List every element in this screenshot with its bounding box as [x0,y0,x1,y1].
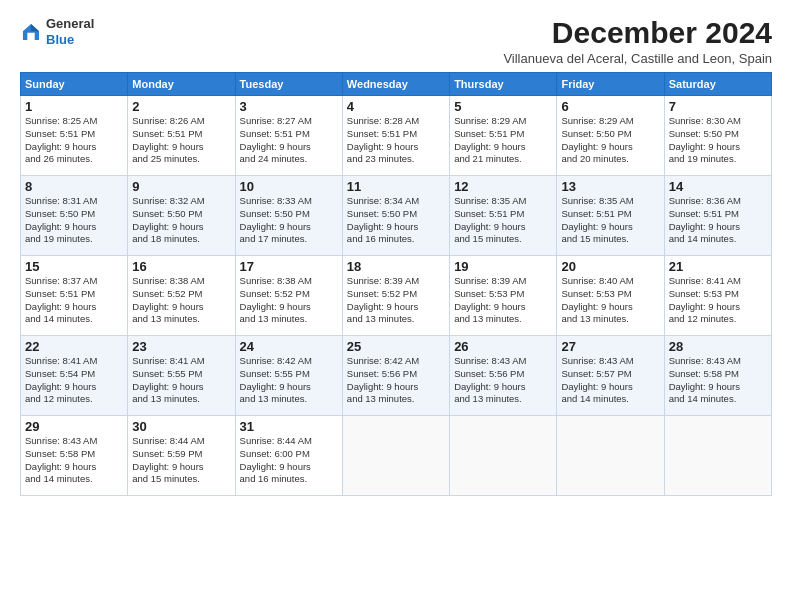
calendar-cell: 13Sunrise: 8:35 AM Sunset: 5:51 PM Dayli… [557,176,664,256]
calendar-cell: 8Sunrise: 8:31 AM Sunset: 5:50 PM Daylig… [21,176,128,256]
day-number: 6 [561,99,659,114]
calendar-body: 1Sunrise: 8:25 AM Sunset: 5:51 PM Daylig… [21,96,772,496]
calendar-cell: 20Sunrise: 8:40 AM Sunset: 5:53 PM Dayli… [557,256,664,336]
calendar-cell: 16Sunrise: 8:38 AM Sunset: 5:52 PM Dayli… [128,256,235,336]
calendar-cell: 6Sunrise: 8:29 AM Sunset: 5:50 PM Daylig… [557,96,664,176]
calendar-cell: 14Sunrise: 8:36 AM Sunset: 5:51 PM Dayli… [664,176,771,256]
day-number: 31 [240,419,338,434]
day-number: 22 [25,339,123,354]
calendar-cell: 11Sunrise: 8:34 AM Sunset: 5:50 PM Dayli… [342,176,449,256]
logo: General Blue [20,16,94,47]
day-info: Sunrise: 8:37 AM Sunset: 5:51 PM Dayligh… [25,275,123,326]
day-number: 26 [454,339,552,354]
day-info: Sunrise: 8:34 AM Sunset: 5:50 PM Dayligh… [347,195,445,246]
location-subtitle: Villanueva del Aceral, Castille and Leon… [503,51,772,66]
calendar-cell: 9Sunrise: 8:32 AM Sunset: 5:50 PM Daylig… [128,176,235,256]
calendar-cell: 3Sunrise: 8:27 AM Sunset: 5:51 PM Daylig… [235,96,342,176]
day-number: 27 [561,339,659,354]
day-number: 18 [347,259,445,274]
day-info: Sunrise: 8:31 AM Sunset: 5:50 PM Dayligh… [25,195,123,246]
weekday-header-monday: Monday [128,73,235,96]
calendar-cell: 26Sunrise: 8:43 AM Sunset: 5:56 PM Dayli… [450,336,557,416]
calendar-week-row: 29Sunrise: 8:43 AM Sunset: 5:58 PM Dayli… [21,416,772,496]
calendar-cell: 28Sunrise: 8:43 AM Sunset: 5:58 PM Dayli… [664,336,771,416]
day-info: Sunrise: 8:39 AM Sunset: 5:53 PM Dayligh… [454,275,552,326]
calendar-header: SundayMondayTuesdayWednesdayThursdayFrid… [21,73,772,96]
calendar-cell: 23Sunrise: 8:41 AM Sunset: 5:55 PM Dayli… [128,336,235,416]
day-number: 20 [561,259,659,274]
logo-text: General Blue [46,16,94,47]
weekday-header-row: SundayMondayTuesdayWednesdayThursdayFrid… [21,73,772,96]
day-number: 13 [561,179,659,194]
calendar-week-row: 22Sunrise: 8:41 AM Sunset: 5:54 PM Dayli… [21,336,772,416]
calendar-cell: 30Sunrise: 8:44 AM Sunset: 5:59 PM Dayli… [128,416,235,496]
calendar-cell: 21Sunrise: 8:41 AM Sunset: 5:53 PM Dayli… [664,256,771,336]
day-info: Sunrise: 8:43 AM Sunset: 5:56 PM Dayligh… [454,355,552,406]
day-info: Sunrise: 8:26 AM Sunset: 5:51 PM Dayligh… [132,115,230,166]
day-info: Sunrise: 8:25 AM Sunset: 5:51 PM Dayligh… [25,115,123,166]
day-number: 30 [132,419,230,434]
day-info: Sunrise: 8:42 AM Sunset: 5:55 PM Dayligh… [240,355,338,406]
day-info: Sunrise: 8:41 AM Sunset: 5:53 PM Dayligh… [669,275,767,326]
calendar-cell: 31Sunrise: 8:44 AM Sunset: 6:00 PM Dayli… [235,416,342,496]
day-info: Sunrise: 8:28 AM Sunset: 5:51 PM Dayligh… [347,115,445,166]
calendar-cell: 2Sunrise: 8:26 AM Sunset: 5:51 PM Daylig… [128,96,235,176]
weekday-header-saturday: Saturday [664,73,771,96]
weekday-header-friday: Friday [557,73,664,96]
weekday-header-tuesday: Tuesday [235,73,342,96]
calendar-cell: 22Sunrise: 8:41 AM Sunset: 5:54 PM Dayli… [21,336,128,416]
weekday-header-wednesday: Wednesday [342,73,449,96]
day-info: Sunrise: 8:35 AM Sunset: 5:51 PM Dayligh… [454,195,552,246]
calendar-cell: 7Sunrise: 8:30 AM Sunset: 5:50 PM Daylig… [664,96,771,176]
day-info: Sunrise: 8:40 AM Sunset: 5:53 PM Dayligh… [561,275,659,326]
weekday-header-sunday: Sunday [21,73,128,96]
day-number: 28 [669,339,767,354]
weekday-header-thursday: Thursday [450,73,557,96]
calendar-week-row: 15Sunrise: 8:37 AM Sunset: 5:51 PM Dayli… [21,256,772,336]
day-number: 4 [347,99,445,114]
day-info: Sunrise: 8:27 AM Sunset: 5:51 PM Dayligh… [240,115,338,166]
day-info: Sunrise: 8:32 AM Sunset: 5:50 PM Dayligh… [132,195,230,246]
calendar-cell: 17Sunrise: 8:38 AM Sunset: 5:52 PM Dayli… [235,256,342,336]
day-info: Sunrise: 8:30 AM Sunset: 5:50 PM Dayligh… [669,115,767,166]
calendar-cell: 24Sunrise: 8:42 AM Sunset: 5:55 PM Dayli… [235,336,342,416]
day-number: 17 [240,259,338,274]
day-info: Sunrise: 8:29 AM Sunset: 5:51 PM Dayligh… [454,115,552,166]
day-number: 5 [454,99,552,114]
svg-rect-3 [27,32,34,39]
calendar-cell: 1Sunrise: 8:25 AM Sunset: 5:51 PM Daylig… [21,96,128,176]
day-info: Sunrise: 8:43 AM Sunset: 5:57 PM Dayligh… [561,355,659,406]
day-number: 16 [132,259,230,274]
day-info: Sunrise: 8:38 AM Sunset: 5:52 PM Dayligh… [132,275,230,326]
calendar-week-row: 1Sunrise: 8:25 AM Sunset: 5:51 PM Daylig… [21,96,772,176]
calendar-cell [557,416,664,496]
page: General Blue December 2024 Villanueva de… [0,0,792,612]
day-number: 2 [132,99,230,114]
day-number: 14 [669,179,767,194]
day-number: 25 [347,339,445,354]
day-info: Sunrise: 8:39 AM Sunset: 5:52 PM Dayligh… [347,275,445,326]
day-info: Sunrise: 8:43 AM Sunset: 5:58 PM Dayligh… [25,435,123,486]
day-number: 15 [25,259,123,274]
title-block: December 2024 Villanueva del Aceral, Cas… [503,16,772,66]
day-info: Sunrise: 8:43 AM Sunset: 5:58 PM Dayligh… [669,355,767,406]
calendar-cell: 25Sunrise: 8:42 AM Sunset: 5:56 PM Dayli… [342,336,449,416]
day-number: 1 [25,99,123,114]
day-info: Sunrise: 8:33 AM Sunset: 5:50 PM Dayligh… [240,195,338,246]
calendar-cell: 19Sunrise: 8:39 AM Sunset: 5:53 PM Dayli… [450,256,557,336]
day-number: 19 [454,259,552,274]
day-number: 3 [240,99,338,114]
calendar-cell [450,416,557,496]
calendar-cell: 12Sunrise: 8:35 AM Sunset: 5:51 PM Dayli… [450,176,557,256]
day-number: 29 [25,419,123,434]
day-info: Sunrise: 8:44 AM Sunset: 5:59 PM Dayligh… [132,435,230,486]
day-info: Sunrise: 8:29 AM Sunset: 5:50 PM Dayligh… [561,115,659,166]
day-number: 9 [132,179,230,194]
day-info: Sunrise: 8:42 AM Sunset: 5:56 PM Dayligh… [347,355,445,406]
day-number: 7 [669,99,767,114]
day-number: 24 [240,339,338,354]
calendar-cell: 5Sunrise: 8:29 AM Sunset: 5:51 PM Daylig… [450,96,557,176]
day-number: 10 [240,179,338,194]
calendar-cell: 18Sunrise: 8:39 AM Sunset: 5:52 PM Dayli… [342,256,449,336]
day-info: Sunrise: 8:38 AM Sunset: 5:52 PM Dayligh… [240,275,338,326]
